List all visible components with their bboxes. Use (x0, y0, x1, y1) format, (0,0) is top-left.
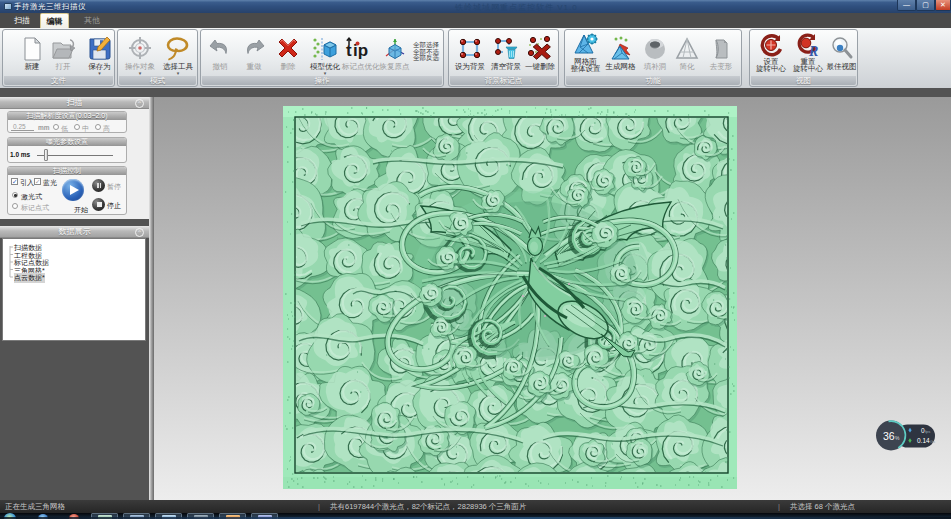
svg-text:0.14: 0.14 (917, 437, 930, 444)
svg-text:fps: fps (925, 429, 930, 434)
svg-text:36: 36 (883, 430, 895, 442)
svg-text:%: % (895, 435, 900, 441)
svg-text:ip: ip (353, 41, 368, 60)
svg-text:Gs: Gs (930, 439, 935, 444)
svg-text:R: R (808, 44, 818, 57)
